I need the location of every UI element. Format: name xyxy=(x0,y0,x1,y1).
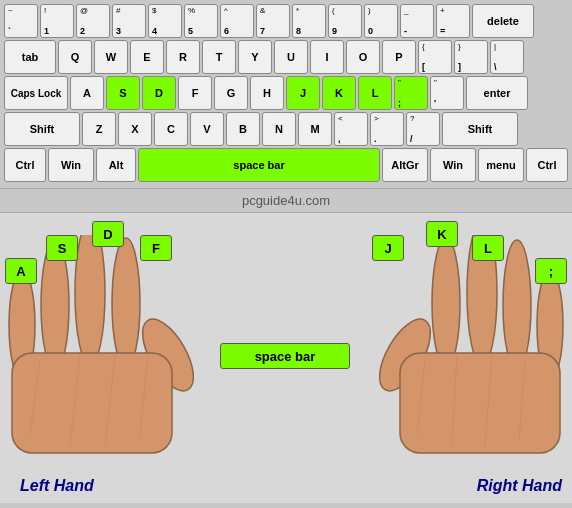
key-quote[interactable]: "' xyxy=(430,76,464,110)
key-equals[interactable]: += xyxy=(436,4,470,38)
floating-key-k: K xyxy=(426,221,458,247)
key-capslock[interactable]: Caps Lock xyxy=(4,76,68,110)
key-delete[interactable]: delete xyxy=(472,4,534,38)
watermark-text: pcguide4u.com xyxy=(242,193,330,208)
svg-point-2 xyxy=(75,235,105,365)
floating-key-l: L xyxy=(472,235,504,261)
key-space[interactable]: space bar xyxy=(138,148,380,182)
key-5[interactable]: %5 xyxy=(184,4,218,38)
key-x[interactable]: X xyxy=(118,112,152,146)
key-n[interactable]: N xyxy=(262,112,296,146)
key-ctrl-left[interactable]: Ctrl xyxy=(4,148,46,182)
floating-key-s: S xyxy=(46,235,78,261)
key-period[interactable]: >. xyxy=(370,112,404,146)
key-i[interactable]: I xyxy=(310,40,344,74)
key-row-2: tab Q W E R T Y U I O P {[ }] |\ xyxy=(4,40,568,74)
key-m[interactable]: M xyxy=(298,112,332,146)
key-f[interactable]: F xyxy=(178,76,212,110)
key-c[interactable]: C xyxy=(154,112,188,146)
key-7[interactable]: &7 xyxy=(256,4,290,38)
key-8[interactable]: *8 xyxy=(292,4,326,38)
key-win-right[interactable]: Win xyxy=(430,148,476,182)
svg-rect-5 xyxy=(12,353,172,453)
key-row-5: Ctrl Win Alt space bar AltGr Win menu Ct… xyxy=(4,148,568,182)
key-slash[interactable]: ?/ xyxy=(406,112,440,146)
key-comma[interactable]: <, xyxy=(334,112,368,146)
key-y[interactable]: Y xyxy=(238,40,272,74)
key-b[interactable]: B xyxy=(226,112,260,146)
key-3[interactable]: #3 xyxy=(112,4,146,38)
floating-key-space: space bar xyxy=(220,343,350,369)
svg-point-10 xyxy=(432,238,460,368)
floating-key-j: J xyxy=(372,235,404,261)
key-z[interactable]: Z xyxy=(82,112,116,146)
key-tab[interactable]: tab xyxy=(4,40,56,74)
key-k[interactable]: K xyxy=(322,76,356,110)
key-p[interactable]: P xyxy=(382,40,416,74)
key-t[interactable]: T xyxy=(202,40,236,74)
key-1[interactable]: !1 xyxy=(40,4,74,38)
hands-section: A S D F J K L ; space bar xyxy=(0,213,572,503)
key-row-3: Caps Lock A S D F G H J K L "; "' enter xyxy=(4,76,568,110)
key-ctrl-right[interactable]: Ctrl xyxy=(526,148,568,182)
key-shift-right[interactable]: Shift xyxy=(442,112,518,146)
key-backslash[interactable]: |\ xyxy=(490,40,524,74)
floating-key-f: F xyxy=(140,235,172,261)
key-9[interactable]: (9 xyxy=(328,4,362,38)
key-menu[interactable]: menu xyxy=(478,148,524,182)
floating-key-a: A xyxy=(5,258,37,284)
key-row-4: Shift Z X C V B N M <, >. ?/ Shift xyxy=(4,112,568,146)
key-e[interactable]: E xyxy=(130,40,164,74)
key-0[interactable]: )0 xyxy=(364,4,398,38)
key-o[interactable]: O xyxy=(346,40,380,74)
keyboard-section: ~` !1 @2 #3 $4 %5 ^6 &7 *8 (9 )0 _- += d… xyxy=(0,0,572,188)
key-altgr[interactable]: AltGr xyxy=(382,148,428,182)
key-q[interactable]: Q xyxy=(58,40,92,74)
key-s[interactable]: S xyxy=(106,76,140,110)
key-6[interactable]: ^6 xyxy=(220,4,254,38)
key-a[interactable]: A xyxy=(70,76,104,110)
key-alt-left[interactable]: Alt xyxy=(96,148,136,182)
key-g[interactable]: G xyxy=(214,76,248,110)
key-j[interactable]: J xyxy=(286,76,320,110)
key-enter[interactable]: enter xyxy=(466,76,528,110)
key-rbracket[interactable]: }] xyxy=(454,40,488,74)
key-semicolon[interactable]: "; xyxy=(394,76,428,110)
key-row-1: ~` !1 @2 #3 $4 %5 ^6 &7 *8 (9 )0 _- += d… xyxy=(4,4,568,38)
key-w[interactable]: W xyxy=(94,40,128,74)
right-hand-label: Right Hand xyxy=(477,477,562,495)
watermark-bar: pcguide4u.com xyxy=(0,188,572,213)
key-minus[interactable]: _- xyxy=(400,4,434,38)
key-r[interactable]: R xyxy=(166,40,200,74)
svg-point-3 xyxy=(112,238,140,368)
key-backtick[interactable]: ~` xyxy=(4,4,38,38)
floating-key-semicolon: ; xyxy=(535,258,567,284)
key-shift-left[interactable]: Shift xyxy=(4,112,80,146)
key-v[interactable]: V xyxy=(190,112,224,146)
left-hand-label: Left Hand xyxy=(20,477,94,495)
key-h[interactable]: H xyxy=(250,76,284,110)
key-u[interactable]: U xyxy=(274,40,308,74)
key-d[interactable]: D xyxy=(142,76,176,110)
key-l[interactable]: L xyxy=(358,76,392,110)
floating-key-d: D xyxy=(92,221,124,247)
key-lbracket[interactable]: {[ xyxy=(418,40,452,74)
key-2[interactable]: @2 xyxy=(76,4,110,38)
key-4[interactable]: $4 xyxy=(148,4,182,38)
svg-point-12 xyxy=(503,240,531,370)
key-win-left[interactable]: Win xyxy=(48,148,94,182)
